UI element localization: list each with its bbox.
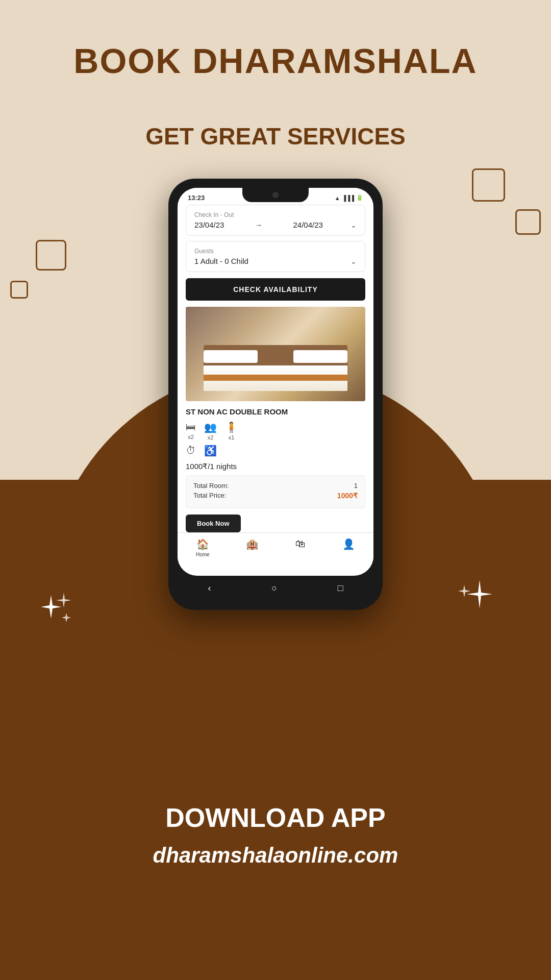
checkin-section[interactable]: Check In - Out 23/04/23 → 24/04/23 ⌄ <box>186 205 365 236</box>
nav-shop[interactable]: 🛍 <box>295 538 306 557</box>
recents-button[interactable]: □ <box>338 583 343 594</box>
total-price-label: Total Price: <box>193 492 226 500</box>
person-count: x1 <box>229 434 235 440</box>
sparkle-icon-right <box>454 575 500 623</box>
total-room-label: Total Room: <box>193 482 229 489</box>
phone-camera <box>272 192 279 198</box>
bottom-navigation: 🏠 Home 🏨 🛍 👤 <box>178 532 373 561</box>
hotel-icon: 🏨 <box>246 538 259 550</box>
nav-hotel[interactable]: 🏨 <box>246 538 259 557</box>
deco-square-2 <box>10 281 28 299</box>
guests-room-count: x2 <box>208 434 214 440</box>
checkin-date: 23/04/23 <box>194 220 224 229</box>
signal-icon: ▐▐▐ <box>342 195 354 201</box>
check-availability-button[interactable]: CHECK AVAILABILITY <box>186 278 365 301</box>
shop-icon: 🛍 <box>295 538 306 550</box>
amenity-bed: 🛏 x2 <box>186 421 196 440</box>
date-arrow: → <box>255 220 262 229</box>
guests-chevron: ⌄ <box>350 257 357 265</box>
accessible-icon: ♿ <box>204 445 217 457</box>
room-image <box>186 307 365 401</box>
room-pillow-right <box>293 350 347 363</box>
amenity-guests: 👥 x2 <box>204 421 217 440</box>
deco-square-4 <box>515 209 541 235</box>
bed-icon: 🛏 <box>186 421 196 433</box>
guests-value: 1 Adult - 0 Child ⌄ <box>194 257 357 265</box>
person-icon: 🧍 <box>225 421 238 433</box>
subtitle: GET GREAT SERVICES <box>0 122 551 150</box>
summary-price-row: Total Price: 1000₹ <box>193 492 358 500</box>
room-stripe <box>204 375 347 381</box>
download-section: DOWNLOAD APP dharamshalaonline.com <box>0 802 551 868</box>
clock-icon: ⏱ <box>186 445 196 457</box>
battery-icon: 🔋 <box>356 194 363 201</box>
room-pillow-left <box>204 350 258 363</box>
room-price: 1000₹/1 nights <box>186 462 365 471</box>
extra-amenities: ⏱ ♿ <box>186 445 365 457</box>
booking-summary: Total Room: 1 Total Price: 1000₹ <box>186 475 365 508</box>
room-title: ST NON AC DOUBLE ROOM <box>186 407 365 416</box>
phone-outer: 13:23 ▲ ▐▐▐ 🔋 Check In - Out 23/04/23 → … <box>168 179 383 610</box>
back-button[interactable]: ‹ <box>208 583 211 594</box>
home-icon: 🏠 <box>196 538 209 550</box>
profile-icon: 👤 <box>342 538 355 550</box>
android-nav-bar: ‹ ○ □ <box>178 576 373 601</box>
bed-count: x2 <box>188 434 194 440</box>
nav-profile[interactable]: 👤 <box>342 538 355 557</box>
guests-label: Guests <box>194 248 357 255</box>
checkin-chevron: ⌄ <box>350 221 357 229</box>
guests-count: 1 Adult - 0 Child <box>194 257 248 265</box>
nav-home[interactable]: 🏠 Home <box>196 538 210 557</box>
guests-section[interactable]: Guests 1 Adult - 0 Child ⌄ <box>186 241 365 272</box>
room-amenities: 🛏 x2 👥 x2 🧍 x1 <box>186 421 365 440</box>
status-icons: ▲ ▐▐▐ 🔋 <box>335 194 363 201</box>
main-title: BOOK DHARAMSHALA <box>0 41 551 81</box>
amenity-person: 🧍 x1 <box>225 421 238 440</box>
website-url: dharamshalaonline.com <box>0 843 551 868</box>
deco-square-3 <box>472 168 505 202</box>
total-price-value: 1000₹ <box>337 492 358 500</box>
home-label: Home <box>196 552 210 557</box>
home-button[interactable]: ○ <box>271 583 277 594</box>
deco-square-1 <box>36 240 66 271</box>
download-title: DOWNLOAD APP <box>0 802 551 833</box>
phone-mockup: 13:23 ▲ ▐▐▐ 🔋 Check In - Out 23/04/23 → … <box>168 179 383 610</box>
phone-screen: 13:23 ▲ ▐▐▐ 🔋 Check In - Out 23/04/23 → … <box>178 188 373 576</box>
checkout-date: 24/04/23 <box>293 220 323 229</box>
phone-notch <box>242 188 309 202</box>
sparkle-icon-left <box>36 590 77 633</box>
wifi-icon: ▲ <box>335 195 340 201</box>
app-content: Check In - Out 23/04/23 → 24/04/23 ⌄ Gue… <box>178 205 373 532</box>
checkin-label: Check In - Out <box>194 211 357 218</box>
checkin-value: 23/04/23 → 24/04/23 ⌄ <box>194 220 357 229</box>
book-now-button[interactable]: Book Now <box>186 514 241 532</box>
summary-rooms-row: Total Room: 1 <box>193 482 358 489</box>
guests-icon: 👥 <box>204 421 217 433</box>
status-time: 13:23 <box>188 194 205 202</box>
total-room-value: 1 <box>354 482 358 489</box>
